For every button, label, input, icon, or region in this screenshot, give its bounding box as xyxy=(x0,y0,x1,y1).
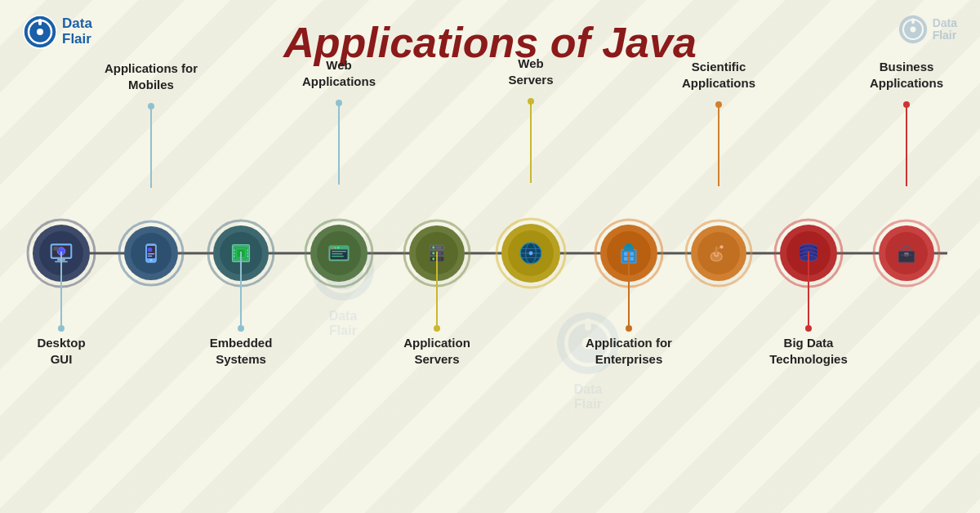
label-web-applications: WebApplications xyxy=(302,57,376,89)
node-web-applications: WebApplications xyxy=(304,218,374,288)
node-circle-web-servers xyxy=(495,217,567,289)
dot-up-apps-mobile xyxy=(148,103,154,109)
dot-down-embedded-systems xyxy=(238,325,244,332)
dot-up-business-apps xyxy=(903,101,910,108)
line-up-apps-mobile xyxy=(150,106,152,188)
dot-up-web-servers xyxy=(528,98,534,105)
label-app-enterprises: Application forEnterprises xyxy=(586,335,672,367)
node-desktop-gui: DesktopGUI xyxy=(26,218,96,288)
svg-point-49 xyxy=(317,231,361,275)
label-business-apps: BusinessApplications xyxy=(870,59,943,91)
dot-up-scientific-apps xyxy=(715,101,722,108)
dot-down-desktop-gui xyxy=(58,325,65,332)
node-web-servers: WebServers xyxy=(495,217,567,289)
node-application-servers: ApplicationServers xyxy=(403,219,471,288)
line-up-web-servers xyxy=(530,101,532,183)
label-desktop-gui: DesktopGUI xyxy=(37,335,85,367)
dot-down-application-servers xyxy=(434,325,440,332)
node-circle-web-applications xyxy=(304,218,374,288)
node-app-enterprises: Application forEnterprises xyxy=(594,218,664,288)
label-scientific-apps: ScientificApplications xyxy=(682,59,755,91)
svg-point-73 xyxy=(508,230,554,276)
svg-point-28 xyxy=(131,233,172,274)
line-down-embedded-systems xyxy=(240,252,242,325)
node-embedded-systems: EmbeddedSystems xyxy=(207,219,275,288)
node-business-apps: BusinessApplications xyxy=(872,219,941,288)
svg-point-110 xyxy=(885,232,928,274)
line-down-big-data xyxy=(808,252,809,325)
nodes-container: DesktopGUI Applications forMobiles Embed… xyxy=(0,0,980,513)
label-embedded-systems: EmbeddedSystems xyxy=(210,335,273,367)
line-down-application-servers xyxy=(436,252,438,325)
label-apps-mobile: Applications forMobiles xyxy=(105,60,198,92)
node-circle-apps-mobile xyxy=(118,220,185,287)
line-down-app-enterprises xyxy=(628,252,630,325)
node-apps-mobile: Applications forMobiles xyxy=(118,220,185,287)
page-wrapper: Data Flair Data Flair Applications of Ja… xyxy=(0,0,980,513)
line-up-business-apps xyxy=(906,105,907,186)
label-big-data: Big DataTechnologies xyxy=(769,335,848,367)
label-application-servers: ApplicationServers xyxy=(403,335,470,367)
node-circle-scientific-apps xyxy=(684,219,753,288)
line-up-scientific-apps xyxy=(718,105,719,186)
node-circle-business-apps xyxy=(872,219,941,288)
dot-down-app-enterprises xyxy=(626,325,632,332)
label-web-servers: WebServers xyxy=(508,56,553,87)
node-scientific-apps: ScientificApplications xyxy=(684,219,753,288)
line-down-desktop-gui xyxy=(60,252,62,325)
line-up-web-applications xyxy=(338,103,340,185)
node-big-data: Big DataTechnologies xyxy=(773,218,844,288)
dot-up-web-applications xyxy=(336,100,342,106)
svg-point-92 xyxy=(697,232,740,274)
dot-down-big-data xyxy=(805,325,812,332)
